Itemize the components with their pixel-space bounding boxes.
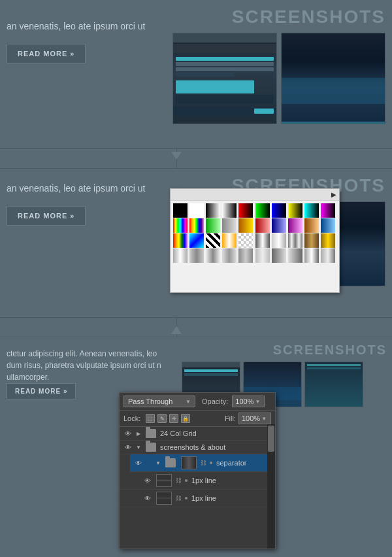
layer-thumbnail (156, 492, 172, 505)
layer-folder-icon (146, 443, 156, 452)
ps-topbar: Pass Through ▼ Opacity: 100% ▼ (120, 393, 275, 411)
gradient-cell[interactable] (173, 218, 188, 233)
gradient-cell[interactable] (173, 233, 188, 248)
gradient-cell[interactable] (238, 218, 253, 233)
gradient-cell[interactable] (304, 233, 319, 248)
lock-transparent-icon[interactable]: ⬚ (146, 414, 155, 423)
layer-item-24-col-grid[interactable]: 👁 ▶ 24 Col Grid (120, 427, 275, 441)
top-read-more-button[interactable]: READ MORE » (7, 44, 86, 63)
gradient-cell[interactable] (173, 248, 188, 263)
gradient-picker-panel[interactable]: ▶ (170, 188, 340, 293)
gradient-cell[interactable] (321, 233, 335, 248)
opacity-input[interactable]: 100% ▼ (232, 396, 265, 407)
arrow-down-icon (171, 152, 182, 160)
gradient-panel-arrow[interactable]: ▶ (331, 191, 336, 198)
layer-name: 1px line (191, 477, 271, 484)
gradient-cell[interactable] (288, 233, 302, 248)
gradient-cell[interactable] (321, 248, 335, 263)
gradient-cell[interactable] (321, 218, 335, 233)
layer-mask-indicator (210, 462, 212, 464)
gradient-cell[interactable] (189, 218, 204, 233)
lock-image-icon[interactable]: ✎ (157, 414, 167, 423)
gradient-cell[interactable] (304, 203, 319, 218)
screenshot-thumb-city-mid (333, 201, 385, 286)
layer-chain-icon: ⛓ (201, 458, 206, 467)
gradient-cell[interactable] (272, 233, 286, 248)
layer-chain-icon: ⛓ (176, 494, 181, 503)
gradient-cell[interactable] (222, 248, 237, 263)
top-screenshots-images (172, 33, 385, 124)
gradient-cell[interactable] (272, 203, 286, 218)
middle-read-more-button[interactable]: READ MORE » (7, 206, 86, 226)
gradient-cell[interactable] (206, 248, 220, 263)
lock-all-icon[interactable]: 🔒 (181, 414, 190, 423)
gradient-cell[interactable] (206, 233, 220, 248)
gradient-cell[interactable] (238, 233, 253, 248)
layer-visibility-icon[interactable]: 👁 (123, 443, 133, 452)
photoshop-layers-panel[interactable]: Pass Through ▼ Opacity: 100% ▼ Lock: ⬚ ✎… (119, 392, 276, 549)
gradient-cell[interactable] (304, 248, 319, 263)
fill-input[interactable]: 100% ▼ (238, 413, 271, 424)
bottom-screenshots-title: SCREENSHOTS (182, 343, 387, 358)
gradient-cell[interactable] (189, 203, 204, 218)
divider-2 (0, 318, 392, 337)
gradient-grid (171, 201, 339, 265)
gradient-cell[interactable] (288, 203, 302, 218)
ps-lockbar: Lock: ⬚ ✎ ✛ 🔒 Fill: 100% ▼ (120, 411, 275, 427)
top-text-col: an venenatis, leo ate ipsum orci ut READ… (0, 0, 166, 148)
gradient-cell[interactable] (173, 203, 188, 218)
ps-scrollbar[interactable] (267, 424, 275, 549)
opacity-label: Opacity: (202, 397, 228, 405)
gradient-cell[interactable] (189, 248, 204, 263)
fill-arrow: ▼ (261, 416, 267, 422)
fill-label: Fill: (225, 414, 236, 422)
layer-visibility-icon[interactable]: 👁 (143, 494, 152, 503)
layer-item-1px-line-1[interactable]: 👁 ⛓ 1px line (120, 472, 275, 490)
layer-name: separator (216, 459, 271, 467)
gradient-cell[interactable] (206, 203, 220, 218)
gradient-cell[interactable] (255, 218, 270, 233)
gradient-cell[interactable] (238, 248, 253, 263)
layer-expand-icon[interactable]: ▼ (155, 460, 161, 466)
layer-mask-indicator (185, 479, 188, 482)
layer-mask-indicator (185, 497, 188, 499)
middle-screenshots-col: SCREENSHOTS ▶ (176, 169, 392, 317)
gradient-cell[interactable] (288, 248, 302, 263)
section-middle: an venenatis, leo ate ipsum orci ut READ… (0, 169, 392, 318)
layer-visibility-icon[interactable]: 👁 (143, 476, 152, 485)
layer-name: 1px line (191, 494, 271, 502)
ps-scrollbar-thumb (268, 426, 274, 452)
gradient-cell[interactable] (222, 203, 237, 218)
layer-item-separator[interactable]: 👁 ▼ ⛓ separator (130, 454, 275, 472)
gradient-cell[interactable] (238, 203, 253, 218)
bottom-thumb-3 (304, 362, 363, 407)
layer-visibility-icon[interactable]: 👁 (134, 458, 143, 467)
gradient-cell[interactable] (255, 203, 270, 218)
layer-item-screenshots-about[interactable]: 👁 ▼ screenshots & about (120, 441, 275, 454)
gradient-cell[interactable] (272, 218, 286, 233)
layer-expand-icon[interactable]: ▶ (135, 430, 142, 437)
gradient-cell[interactable] (206, 218, 220, 233)
blend-mode-dropdown[interactable]: Pass Through ▼ (123, 396, 195, 407)
gradient-cell[interactable] (288, 218, 302, 233)
gradient-cell[interactable] (272, 248, 286, 263)
screenshot-thumb-1 (172, 33, 277, 124)
fill-value: 100% (242, 414, 260, 422)
gradient-cell[interactable] (304, 218, 319, 233)
middle-text-col: an venenatis, leo ate ipsum orci ut READ… (0, 169, 176, 317)
lock-position-icon[interactable]: ✛ (169, 414, 178, 423)
bottom-body-text: ctetur adipiscing elit. Aenean venenatis… (7, 348, 163, 383)
gradient-cell[interactable] (222, 218, 237, 233)
layer-visibility-icon[interactable]: 👁 (123, 429, 133, 438)
gradient-cell[interactable] (189, 233, 204, 248)
bottom-read-more-button[interactable]: READ MORE » (7, 383, 76, 399)
gradient-cell[interactable] (321, 203, 335, 218)
gradient-cell[interactable] (222, 233, 237, 248)
layer-item-1px-line-2[interactable]: 👁 ⛓ 1px line (120, 490, 275, 507)
layer-thumbnail (156, 474, 172, 487)
arrow-up-icon (171, 326, 182, 334)
gradient-cell[interactable] (255, 233, 270, 248)
top-screenshots-col: SCREENSHOTS (166, 0, 392, 148)
layer-expand-icon[interactable]: ▼ (135, 444, 142, 450)
gradient-cell[interactable] (255, 248, 270, 263)
